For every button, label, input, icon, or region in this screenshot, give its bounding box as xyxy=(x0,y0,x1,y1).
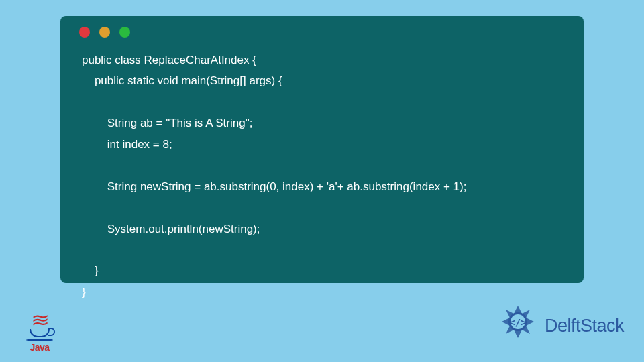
code-line: public static void main(String[] args) { xyxy=(82,74,282,87)
java-cup-icon xyxy=(30,329,50,337)
code-line: String newString = ab.substring(0, index… xyxy=(82,180,466,193)
code-line: int index = 8; xyxy=(82,138,172,151)
svg-text:</>: </> xyxy=(509,317,526,328)
delftstack-icon: </> xyxy=(496,304,539,347)
window-controls xyxy=(76,27,568,38)
delftstack-logo: </> DelftStack xyxy=(496,304,624,347)
code-line: String ab = "This is A String"; xyxy=(82,117,252,129)
code-line: System.out.println(newString); xyxy=(82,223,260,235)
code-line: public class ReplaceCharAtIndex { xyxy=(82,54,256,66)
code-line: } xyxy=(82,264,99,277)
delftstack-logo-text: DelftStack xyxy=(545,316,624,337)
java-logo-text: Java xyxy=(30,342,49,353)
java-saucer-icon xyxy=(26,339,53,341)
java-logo-icon: ≋ Java xyxy=(23,306,56,353)
code-block: public class ReplaceCharAtIndex { public… xyxy=(76,50,568,302)
close-icon xyxy=(79,27,90,38)
code-window: public class ReplaceCharAtIndex { public… xyxy=(60,16,584,283)
maximize-icon xyxy=(119,27,130,38)
java-steam-icon: ≋ xyxy=(30,316,49,325)
code-line: } xyxy=(82,286,86,298)
minimize-icon xyxy=(99,27,110,38)
